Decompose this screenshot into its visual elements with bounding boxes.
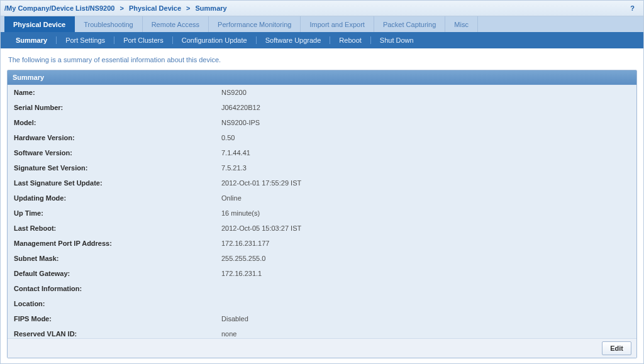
summary-row-value: 172.16.231.177 — [215, 236, 636, 251]
summary-row-label: Location: — [8, 296, 215, 311]
summary-panel-body: Name:NS9200Serial Number:J064220B12Model… — [8, 85, 636, 338]
summary-row-value: none — [215, 326, 636, 338]
summary-row-label: Hardware Version: — [8, 130, 215, 145]
summary-row-label: Last Reboot: — [8, 221, 215, 236]
secondary-tab[interactable]: Port Settings — [59, 36, 111, 44]
summary-row: Last Signature Set Update:2012-Oct-01 17… — [8, 175, 636, 190]
secondary-tab[interactable]: Configuration Update — [175, 36, 253, 44]
summary-row-label: Signature Set Version: — [8, 160, 215, 175]
breadcrumb-sep: > — [119, 4, 123, 12]
summary-row-value: 172.16.231.1 — [215, 266, 636, 281]
summary-row-label: Subnet Mask: — [8, 251, 215, 266]
summary-row: Up Time:16 minute(s) — [8, 206, 636, 221]
summary-row: Reserved VLAN ID:none — [8, 326, 636, 338]
summary-row-label: Reserved VLAN ID: — [8, 326, 215, 338]
secondary-tab[interactable]: Reboot — [333, 36, 367, 44]
tab-separator — [56, 36, 57, 44]
summary-row: Hardware Version:0.50 — [8, 130, 636, 145]
primary-tab[interactable]: Physical Device — [4, 16, 75, 33]
summary-row: Management Port IP Address:172.16.231.17… — [8, 236, 636, 251]
summary-row-value: NS9200-IPS — [215, 115, 636, 130]
tab-separator — [256, 36, 257, 44]
summary-row-value: 255.255.255.0 — [215, 251, 636, 266]
summary-row-label: Management Port IP Address: — [8, 236, 215, 251]
summary-row-value: NS9200 — [215, 85, 636, 100]
primary-tab[interactable]: Remote Access — [143, 16, 209, 33]
summary-panel: Summary Name:NS9200Serial Number:J064220… — [7, 70, 637, 358]
tab-separator — [370, 36, 371, 44]
summary-row-label: Last Signature Set Update: — [8, 175, 215, 190]
summary-row: Location: — [8, 296, 636, 311]
primary-tab[interactable]: Troubleshooting — [75, 16, 142, 33]
breadcrumb: /My Company/Device List/NS9200>Physical … — [1, 1, 643, 16]
breadcrumb-link[interactable]: /My Company/Device List/NS9200 — [4, 4, 114, 12]
edit-button[interactable]: Edit — [602, 341, 631, 355]
tab-separator — [172, 36, 173, 44]
summary-row: Signature Set Version:7.5.21.3 — [8, 160, 636, 175]
summary-row-label: Name: — [8, 85, 215, 100]
summary-row: Last Reboot:2012-Oct-05 15:03:27 IST — [8, 221, 636, 236]
summary-row-label: FIPS Mode: — [8, 311, 215, 326]
summary-row: Serial Number:J064220B12 — [8, 100, 636, 115]
summary-row-value: J064220B12 — [215, 100, 636, 115]
summary-row-value: 7.5.21.3 — [215, 160, 636, 175]
secondary-tab[interactable]: Port Clusters — [117, 36, 170, 44]
tab-separator — [114, 36, 114, 44]
summary-row-value — [215, 281, 636, 296]
summary-panel-title: Summary — [13, 74, 44, 81]
summary-row: Software Version:7.1.44.41 — [8, 145, 636, 160]
tab-separator — [330, 36, 330, 44]
summary-row-label: Serial Number: — [8, 100, 215, 115]
secondary-tabs: SummaryPort SettingsPort ClustersConfigu… — [1, 32, 643, 48]
summary-row-value — [215, 296, 636, 311]
intro-text: The following is a summary of essential … — [7, 48, 637, 70]
summary-row-label: Updating Mode: — [8, 190, 215, 206]
primary-tab[interactable]: Import and Export — [301, 16, 374, 33]
summary-row: Updating Mode:Online — [8, 190, 636, 206]
summary-row: Default Gateway:172.16.231.1 — [8, 266, 636, 281]
help-icon[interactable]: ? — [625, 4, 640, 12]
breadcrumb-link[interactable]: Physical Device — [129, 4, 181, 12]
summary-row: Contact Information: — [8, 281, 636, 296]
summary-row-label: Model: — [8, 115, 215, 130]
primary-tab[interactable]: Performance Monitoring — [209, 16, 301, 33]
secondary-tab[interactable]: Software Upgrade — [259, 36, 328, 44]
summary-row-value: 0.50 — [215, 130, 636, 145]
secondary-tab[interactable]: Summary — [9, 36, 53, 44]
summary-row-label: Default Gateway: — [8, 266, 215, 281]
summary-row-label: Software Version: — [8, 145, 215, 160]
summary-row-label: Contact Information: — [8, 281, 215, 296]
summary-table: Name:NS9200Serial Number:J064220B12Model… — [8, 85, 636, 338]
summary-row-value: 16 minute(s) — [215, 206, 636, 221]
summary-panel-header: Summary — [8, 70, 636, 85]
summary-row: Name:NS9200 — [8, 85, 636, 100]
summary-row-value: 7.1.44.41 — [215, 145, 636, 160]
summary-row: Subnet Mask:255.255.255.0 — [8, 251, 636, 266]
summary-row-value: 2012-Oct-05 15:03:27 IST — [215, 221, 636, 236]
breadcrumb-sep: > — [186, 4, 190, 12]
summary-row: FIPS Mode:Disabled — [8, 311, 636, 326]
primary-tab[interactable]: Misc — [445, 16, 478, 33]
summary-row: Model:NS9200-IPS — [8, 115, 636, 130]
summary-row-label: Up Time: — [8, 206, 215, 221]
primary-tab[interactable]: Packet Capturing — [374, 16, 445, 33]
secondary-tab[interactable]: Shut Down — [374, 36, 420, 44]
summary-row-value: 2012-Oct-01 17:55:29 IST — [215, 175, 636, 190]
primary-tabs: Physical DeviceTroubleshootingRemote Acc… — [1, 16, 643, 33]
summary-panel-footer: Edit — [8, 338, 636, 358]
summary-row-value: Online — [215, 190, 636, 206]
breadcrumb-current: Summary — [196, 4, 227, 12]
summary-row-value: Disabled — [215, 311, 636, 326]
